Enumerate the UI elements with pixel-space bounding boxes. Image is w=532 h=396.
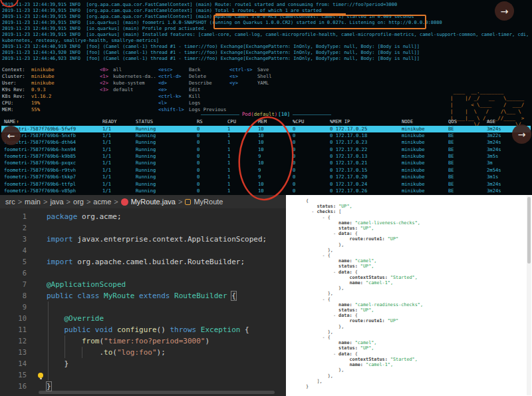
hotkey-row: <e>Edit — [158, 87, 226, 93]
pod-qos: BE — [444, 174, 483, 180]
json-line: }, — [306, 373, 532, 379]
lightbulb-icon[interactable] — [38, 373, 43, 378]
col-header-pmem-ip[interactable]: %MEM IP — [326, 118, 398, 125]
collapse-toggle[interactable] — [306, 345, 338, 351]
namespace-name: default — [113, 87, 133, 93]
pod-row[interactable]: foometri-7587f769b6-ttfpl 1/1 Running 0 … — [1, 181, 531, 188]
code-token: RouteBuilder — [174, 292, 231, 300]
collapse-toggle[interactable] — [306, 324, 338, 329]
collapse-toggle[interactable] — [306, 362, 349, 367]
collapse-toggle[interactable] — [306, 204, 317, 209]
breadcrumb-item[interactable]: org — [73, 198, 84, 206]
collapse-toggle[interactable] — [306, 307, 338, 313]
collapse-toggle[interactable] — [306, 264, 338, 269]
scrollbar[interactable] — [527, 196, 531, 395]
col-header-label: NAME — [4, 118, 15, 124]
breadcrumb-symbol[interactable]: MyRoute — [194, 198, 223, 206]
collapse-toggle[interactable] — [306, 379, 317, 384]
collapse-toggle[interactable]: - — [306, 351, 338, 357]
logo-line: | |/ _/ __ \______ — [450, 95, 527, 102]
pod-row[interactable]: foometri-7587f769b6-r9tvh 1/1 Running 0 … — [1, 167, 531, 174]
json-line: status: "UP", — [306, 307, 532, 313]
collapse-toggle[interactable] — [306, 280, 349, 286]
code-token: . — [47, 348, 104, 357]
code-token: } — [47, 359, 68, 368]
pod-age: 2m54s — [483, 167, 531, 174]
col-header-node[interactable]: NODE — [398, 118, 444, 125]
col-header-qos[interactable]: QOS — [444, 118, 483, 125]
json-value: "UP", — [360, 264, 374, 269]
breadcrumb-item[interactable]: src — [5, 198, 15, 206]
collapse-toggle[interactable] — [306, 357, 349, 362]
line-number: 4 — [0, 245, 37, 256]
pod-row[interactable]: foometri-7587f769b6-v85ph 1/1 Running 0 … — [1, 188, 531, 194]
namespace-row[interactable]: <3>default — [100, 87, 156, 93]
collapse-toggle[interactable] — [306, 302, 338, 307]
json-key: route:route1: — [349, 318, 387, 323]
line-number: 13 — [0, 347, 37, 358]
pod-age: 3m1s — [483, 174, 531, 180]
collapse-toggle[interactable] — [306, 242, 338, 248]
json-key: data: — [338, 351, 355, 357]
json-punct: }, — [328, 329, 333, 335]
code-area[interactable]: 1package org.acme; 2 3import javax.enter… — [0, 208, 286, 392]
pod-cpu: 1 — [223, 174, 254, 180]
info-value: 19% — [31, 100, 40, 106]
collapse-toggle[interactable]: - — [306, 209, 317, 214]
col-header-pcpu[interactable]: %CPU — [289, 118, 326, 125]
pod-row[interactable]: foometri-7587f769b6-5nxfb 1/1 Running 0 … — [1, 132, 531, 139]
breadcrumb-file[interactable]: MyRoute.java — [131, 198, 176, 206]
pod-node: minikube — [398, 153, 444, 160]
col-header-mem[interactable]: MEM — [254, 118, 289, 125]
json-punct: { — [306, 198, 309, 204]
col-header-rs[interactable]: RS — [193, 118, 223, 125]
collapse-toggle[interactable] — [306, 236, 349, 242]
pod-status: Running — [132, 132, 193, 139]
collapse-toggle[interactable]: - — [306, 313, 338, 318]
pod-row[interactable]: foometri-7587f769b6-pxqxc 1/1 Running 0 … — [1, 160, 531, 166]
collapse-toggle[interactable] — [306, 275, 349, 280]
collapse-toggle[interactable]: - — [306, 231, 338, 236]
breadcrumb-item[interactable]: main — [25, 198, 41, 206]
collapse-toggle[interactable]: - — [306, 335, 328, 340]
collapse-toggle[interactable] — [306, 291, 328, 296]
breadcrumb-separator: > — [18, 198, 22, 206]
collapse-toggle[interactable] — [306, 248, 328, 253]
title-count: [10] — [278, 111, 290, 118]
scrollbar-thumb[interactable] — [527, 197, 531, 264]
pod-row[interactable]: foometri-7587f769b6-dth64 1/1 Running 0 … — [1, 139, 531, 146]
pod-row[interactable]: foometri-7587f769b6-5fwf9 1/1 Running 0 … — [1, 126, 531, 132]
horizontal-scrollbar[interactable] — [39, 391, 275, 394]
collapse-toggle[interactable]: - — [306, 253, 328, 258]
namespace-row[interactable]: <2>kube-system — [100, 80, 156, 87]
pod-row[interactable]: foometri-7587f769b6-tkkp7 1/1 Running 0 … — [1, 174, 531, 180]
prev-arrow-button[interactable]: ← — [1, 126, 21, 145]
collapse-toggle[interactable] — [306, 226, 338, 231]
collapse-toggle[interactable] — [306, 286, 338, 291]
collapse-toggle[interactable] — [306, 340, 338, 345]
collapse-toggle[interactable] — [306, 367, 338, 373]
namespace-row[interactable]: <1>kubernetes-da.. — [100, 73, 156, 80]
namespace-row[interactable]: <0>all — [100, 67, 156, 73]
next-arrow-button[interactable]: → — [495, 1, 514, 21]
collapse-toggle[interactable] — [306, 258, 338, 264]
col-header-status[interactable]: STATUS — [132, 118, 193, 125]
info-label: K8s Rev: — [2, 93, 31, 100]
collapse-toggle[interactable] — [306, 220, 338, 226]
collapse-toggle[interactable]: - — [306, 297, 328, 302]
next-arrow-button[interactable]: → — [512, 124, 531, 144]
collapse-toggle[interactable] — [306, 373, 328, 379]
breadcrumb-item[interactable]: acme — [93, 198, 111, 206]
pod-node: minikube — [398, 146, 444, 153]
collapse-toggle[interactable] — [306, 329, 328, 335]
breadcrumb-item[interactable]: java — [50, 198, 63, 206]
collapse-toggle[interactable]: - — [306, 215, 328, 220]
collapse-toggle[interactable]: - — [306, 270, 338, 275]
pod-row[interactable]: foometri-7587f769b6-hxn94 1/1 Running 0 … — [1, 146, 531, 153]
col-header-ready[interactable]: READY — [98, 118, 132, 125]
hotkey-action: Save — [257, 67, 269, 73]
col-header-name[interactable]: NAME↑ — [1, 118, 98, 125]
collapse-toggle[interactable] — [306, 318, 349, 323]
col-header-cpu[interactable]: CPU — [223, 118, 254, 125]
pod-row[interactable]: foometri-7587f769b6-k9b85 1/1 Running 0 … — [1, 153, 531, 160]
